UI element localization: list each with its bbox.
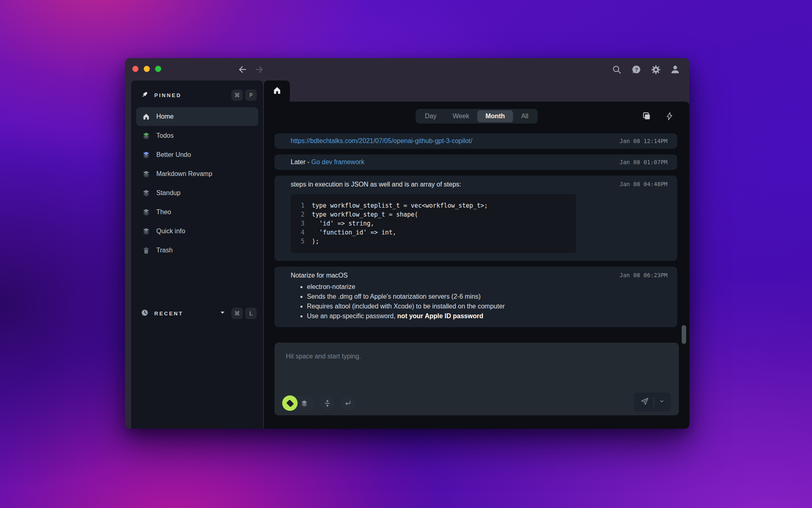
list-item: Sends the .dmg off to Apple's notarizati… <box>307 292 667 302</box>
command-key-badge: ⌘ <box>231 89 243 101</box>
layers-gray-icon <box>142 208 150 217</box>
home-tab-icon <box>272 86 282 97</box>
line-number: 5 <box>299 237 304 246</box>
code-line: type workflow_step_t = shape( <box>312 210 418 219</box>
pinned-section-header[interactable]: PINNED ⌘ P <box>131 80 263 107</box>
settings-gear-icon[interactable] <box>650 64 661 75</box>
home-icon <box>142 113 150 121</box>
app-gem-icon[interactable] <box>282 395 298 411</box>
pinned-section-title: PINNED <box>154 92 226 98</box>
close-window-button[interactable] <box>132 66 138 72</box>
sidebar-item-quick-info[interactable]: Quick info <box>136 222 258 241</box>
layers-gray-icon <box>142 170 150 178</box>
sidebar-item-home[interactable]: Home <box>136 107 258 126</box>
notes-feed: https://bdtechtalks.com/2021/07/05/opena… <box>274 133 677 333</box>
zoom-window-button[interactable] <box>155 66 161 72</box>
note-text: Later - <box>291 158 311 165</box>
note-link[interactable]: Go dev framework <box>311 158 365 165</box>
line-number: 4 <box>299 228 304 237</box>
send-button[interactable] <box>634 393 671 411</box>
code-line: 'id' => string, <box>312 219 374 228</box>
scrollbar-thumb[interactable] <box>682 325 686 344</box>
note-timestamp: Jan 08 01:07PM <box>620 159 667 165</box>
copy-icon[interactable] <box>641 111 651 123</box>
sidebar-item-trash[interactable]: Trash <box>136 241 258 260</box>
send-plane-icon <box>640 397 649 407</box>
code-line: 'function_id' => int, <box>312 228 396 237</box>
app-window: ? PINNED ⌘ P Home <box>125 58 689 429</box>
list-item: electron-notarize <box>307 282 667 292</box>
layers-icon <box>298 399 311 407</box>
split-view-button[interactable] <box>320 396 335 410</box>
list-item: Use an app-specific password, not your A… <box>307 311 667 321</box>
layers-green-icon <box>142 132 150 140</box>
minimize-window-button[interactable] <box>144 66 150 72</box>
help-icon[interactable]: ? <box>631 64 641 75</box>
return-key-button[interactable] <box>340 396 355 410</box>
toolbar: Day Week Month All <box>264 102 689 131</box>
code-line: ); <box>312 237 319 246</box>
note-entry-later[interactable]: Later - Go dev framework Jan 08 01:07PM <box>274 154 677 170</box>
layers-gray-icon <box>142 189 150 198</box>
line-number: 2 <box>299 210 304 219</box>
layers-gray-icon <box>142 227 150 236</box>
note-entry-url[interactable]: https://bdtechtalks.com/2021/07/05/opena… <box>274 133 677 149</box>
send-options-chevron-icon[interactable] <box>659 398 665 406</box>
note-link[interactable]: https://bdtechtalks.com/2021/07/05/opena… <box>291 137 472 145</box>
sidebar-item-theo[interactable]: Theo <box>136 203 258 221</box>
code-line: type workflow_steplist_t = vec<workflow_… <box>312 201 488 210</box>
recent-section-title: RECENT <box>154 310 213 317</box>
forward-arrow-icon[interactable] <box>254 65 264 74</box>
sidebar-item-better-undo[interactable]: Better Undo <box>136 145 258 164</box>
list-item: Requires altool (included with Xcode) to… <box>307 302 667 311</box>
p-key-badge: P <box>245 89 257 101</box>
svg-text:?: ? <box>635 67 638 72</box>
code-block: 1type workflow_steplist_t = vec<workflow… <box>291 194 576 253</box>
sidebar-item-label: Markdown Revamp <box>156 170 212 178</box>
sidebar-item-todos[interactable]: Todos <box>136 126 258 145</box>
trash-icon <box>142 246 150 255</box>
note-timestamp: Jan 08 12:14PM <box>620 138 667 144</box>
note-entry-code[interactable]: steps in execution is JSON as well and i… <box>274 176 677 261</box>
note-composer <box>274 343 679 415</box>
clock-icon <box>141 309 149 318</box>
sidebar-item-standup[interactable]: Standup <box>136 184 258 202</box>
note-timestamp: Jan 08 06:23PM <box>620 272 667 278</box>
filter-month[interactable]: Month <box>477 110 513 122</box>
date-filter-segmented-control: Day Week Month All <box>416 109 538 124</box>
lightning-bolt-icon[interactable] <box>665 112 674 122</box>
main-content: Day Week Month All https://bdtechtalks.c… <box>264 102 689 429</box>
recent-shortcut: ⌘ L <box>231 308 257 319</box>
note-type-toggle[interactable] <box>283 396 314 410</box>
pinned-shortcut: ⌘ P <box>231 89 257 101</box>
tab-home[interactable] <box>264 80 290 102</box>
note-entry-notarize[interactable]: Notarize for macOS Jan 08 06:23PM electr… <box>274 267 677 327</box>
chevron-down-icon <box>219 309 226 317</box>
sidebar-item-label: Todos <box>156 132 174 139</box>
command-key-badge: ⌘ <box>231 308 243 319</box>
sidebar-item-label: Theo <box>156 208 171 216</box>
sidebar: PINNED ⌘ P Home Todos <box>131 80 263 429</box>
sidebar-item-label: Better Undo <box>156 151 191 158</box>
recent-section-header[interactable]: RECENT ⌘ L <box>131 299 263 326</box>
pin-icon <box>141 91 149 100</box>
sidebar-item-label: Standup <box>156 189 181 197</box>
note-timestamp: Jan 08 04:48PM <box>620 181 667 187</box>
search-icon[interactable] <box>611 64 622 75</box>
filter-all[interactable]: All <box>513 110 537 122</box>
sidebar-item-label: Quick info <box>156 228 185 235</box>
sidebar-item-label: Trash <box>156 247 173 254</box>
account-person-icon[interactable] <box>670 64 680 75</box>
filter-day[interactable]: Day <box>417 110 445 122</box>
note-title: steps in execution is JSON as well and i… <box>291 181 461 188</box>
line-number: 1 <box>299 201 304 210</box>
sidebar-item-markdown-revamp[interactable]: Markdown Revamp <box>136 165 258 183</box>
back-arrow-icon[interactable] <box>238 65 248 74</box>
filter-week[interactable]: Week <box>445 110 477 122</box>
line-number: 3 <box>299 219 304 228</box>
traffic-lights <box>132 66 161 72</box>
divider <box>654 397 654 407</box>
layers-blue-icon <box>142 151 150 159</box>
note-title: Notarize for macOS <box>291 272 348 279</box>
bullet-list: electron-notarize Sends the .dmg off to … <box>300 282 667 321</box>
